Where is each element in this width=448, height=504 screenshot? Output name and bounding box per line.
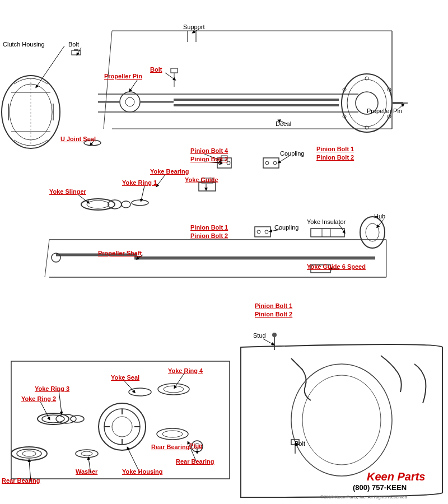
label-yoke-seal[interactable]: Yoke Seal xyxy=(111,374,139,381)
label-pinion-bolt-1a[interactable]: Pinion Bolt 1 xyxy=(316,146,354,152)
label-pinion-bolt-1c[interactable]: Pinion Bolt 1 xyxy=(255,302,292,309)
label-pinion-bolt-4[interactable]: Pinion Bolt 4 xyxy=(190,147,228,154)
label-yoke-housing[interactable]: Yoke Housing xyxy=(122,468,163,475)
diagram-container: Keen Parts (800) 757-KEEN ©2017 Keen Par… xyxy=(0,0,448,504)
label-yoke-ring-1[interactable]: Yoke Ring 1 xyxy=(122,179,157,186)
label-washer[interactable]: Washer xyxy=(76,468,97,475)
label-yoke-bearing[interactable]: Yoke Bearing xyxy=(150,168,189,175)
label-decal[interactable]: Decal xyxy=(276,120,291,127)
label-hub[interactable]: Hub xyxy=(374,213,385,220)
label-support[interactable]: Support xyxy=(183,24,205,30)
label-bolt-1[interactable]: Bolt xyxy=(68,41,79,48)
label-bolt-2[interactable]: Bolt xyxy=(150,66,162,73)
label-pinion-bolt-2d[interactable]: Pinion Bolt 2 xyxy=(255,311,292,318)
svg-text:(800) 757-KEEN: (800) 757-KEEN xyxy=(353,483,407,492)
label-coupling-2[interactable]: Coupling xyxy=(274,224,298,231)
svg-point-70 xyxy=(272,333,277,337)
label-coupling-1[interactable]: Coupling xyxy=(280,150,304,157)
label-pinion-bolt-1b[interactable]: Pinion Bolt 1 xyxy=(190,224,228,231)
label-rear-bearing-2[interactable]: Rear Bearing xyxy=(2,477,40,484)
label-stud[interactable]: Stud xyxy=(253,332,266,339)
label-pinion-bolt-2b[interactable]: Pinion Bolt 2 xyxy=(316,154,354,161)
label-rear-bearing-3[interactable]: Rear Bearing xyxy=(176,458,214,465)
svg-rect-28 xyxy=(74,49,78,51)
label-u-joint-seal[interactable]: U Joint Seal xyxy=(60,136,96,142)
label-propeller-pin-1[interactable]: Propeller Pin xyxy=(104,73,142,80)
label-clutch-housing[interactable]: Clutch Housing xyxy=(3,41,45,48)
label-yoke-slinger[interactable]: Yoke Slinger xyxy=(49,188,86,195)
label-pinion-bolt-2a[interactable]: Pinion Bolt 2 xyxy=(190,156,228,162)
label-yoke-ring-4[interactable]: Yoke Ring 4 xyxy=(168,367,203,374)
label-bolt-3[interactable]: Bolt xyxy=(295,440,305,447)
label-propeller-shaft[interactable]: Propeller Shaft xyxy=(98,250,142,256)
label-pinion-bolt-2c[interactable]: Pinion Bolt 2 xyxy=(190,232,228,239)
label-yoke-insulator[interactable]: Yoke Insulator xyxy=(307,218,346,225)
label-yoke-ring-2[interactable]: Yoke Ring 2 xyxy=(21,395,56,402)
label-rear-bearing-1[interactable]: Rear Bearing xyxy=(151,444,189,450)
svg-text:Keen Parts: Keen Parts xyxy=(367,470,426,483)
label-yoke-guide-6speed[interactable]: Yoke Guide 6 Speed xyxy=(307,263,366,270)
svg-text:©2017 Keen Parts, Inc. All Rig: ©2017 Keen Parts, Inc. All Rights Reserv… xyxy=(320,494,407,500)
label-plug[interactable]: Plug xyxy=(189,442,203,449)
svg-rect-18 xyxy=(392,102,403,104)
label-yoke-guide-1[interactable]: Yoke Guide xyxy=(185,176,218,183)
svg-rect-19 xyxy=(403,102,408,104)
svg-rect-0 xyxy=(0,0,448,504)
label-yoke-ring-3[interactable]: Yoke Ring 3 xyxy=(35,385,69,392)
label-propeller-pin-2[interactable]: Propeller Pin xyxy=(367,108,402,114)
parts-diagram: Keen Parts (800) 757-KEEN ©2017 Keen Par… xyxy=(0,0,448,504)
